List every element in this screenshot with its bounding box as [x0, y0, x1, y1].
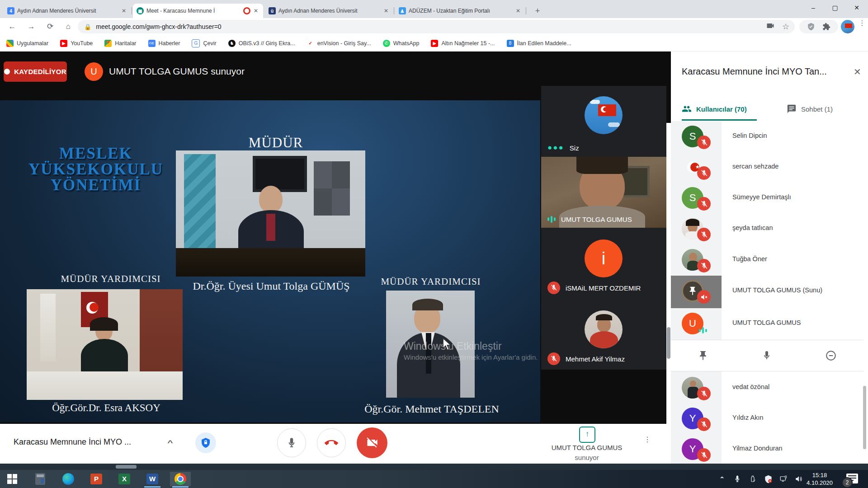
taskbar-excel[interactable]: X — [114, 472, 135, 486]
extension-puzzle-icon[interactable] — [822, 23, 830, 31]
adblock-shield-icon[interactable] — [807, 23, 815, 31]
bookmark-maps[interactable]: 📍Haritalar — [104, 40, 136, 47]
tray-expand-chevron[interactable]: ⌃ — [714, 472, 730, 486]
tab-close-icon[interactable]: ✕ — [252, 7, 259, 14]
panel-scrollbar[interactable] — [863, 121, 867, 464]
participant-name: vedat özönal — [732, 383, 769, 390]
mic-toggle-button[interactable] — [277, 428, 306, 457]
tab-4[interactable]: ♟ ADÜZEM - Uzaktan Eğitim Portalı ✕ — [395, 4, 525, 18]
window-minimize-button[interactable]: – — [803, 0, 824, 16]
action-center-icon[interactable]: 2 — [846, 474, 858, 483]
video-tile-umut[interactable]: UMUT TOLGA GUMUS — [541, 157, 666, 228]
taskbar-chrome-active[interactable] — [170, 472, 191, 486]
mic-off-icon — [547, 282, 560, 294]
participant-name: şeyda tatlıcan — [732, 224, 773, 231]
address-bar[interactable]: 🔒 meet.google.com/gwm-ghcx-drk?authuser=… — [78, 20, 795, 33]
participant-row[interactable]: Tuğba Öner — [671, 244, 863, 275]
photo-decor-right — [314, 161, 350, 216]
tab-capture-icon[interactable] — [766, 21, 777, 32]
tab-close-icon[interactable]: ✕ — [382, 7, 390, 14]
new-tab-button[interactable]: + — [532, 5, 543, 17]
horizontal-scrollbar-thumb[interactable] — [116, 465, 137, 469]
taskbar-clock[interactable]: 15:18 4.10.2020 — [804, 471, 835, 487]
participant-row[interactable]: S Sümeyye Demirtaşlı — [671, 183, 863, 213]
tab-participants[interactable]: Kullanıcılar (70) — [682, 104, 747, 114]
presenting-icon[interactable]: ↑ — [579, 427, 595, 443]
flag-crescent-inner — [603, 107, 609, 112]
photo-decor-panel — [184, 154, 216, 253]
chevron-up-icon[interactable]: ^ — [167, 439, 173, 446]
chrome-menu-icon[interactable]: ⋮ — [858, 21, 866, 33]
horizontal-scrollbar[interactable] — [0, 464, 868, 470]
bookmark-apps[interactable]: Uygulamalar — [6, 40, 48, 47]
tile-options-icon[interactable]: ●●● — [547, 143, 564, 152]
bookmark-translate[interactable]: GÇevir — [192, 39, 216, 47]
panel-scrollbar-thumb[interactable] — [863, 386, 866, 449]
taskbar-word[interactable]: W — [142, 472, 163, 486]
bookmark-altin-nagmeler[interactable]: ▶Altın Nağmeler 15 -... — [431, 40, 495, 47]
mute-action-icon[interactable] — [761, 350, 772, 361]
windows-activation-watermark-sub: Windows'u etkinleştirmek için Ayarlar'a … — [404, 353, 538, 361]
excel-icon: X — [118, 474, 130, 484]
bookmark-star-icon[interactable]: ☆ — [780, 21, 791, 32]
tab-chat[interactable]: Sohbet (1) — [787, 104, 833, 114]
start-button[interactable] — [2, 472, 23, 486]
cloud — [590, 100, 600, 104]
video-tile-mehmet-akif[interactable]: Mehmet Akif Yilmaz — [541, 299, 666, 370]
back-icon[interactable]: ← — [5, 20, 19, 33]
home-icon[interactable]: ⌂ — [61, 20, 75, 33]
bookmark-news[interactable]: GEHaberler — [148, 40, 180, 47]
camera-toggle-button[interactable] — [357, 427, 387, 458]
tray-defender-icon[interactable] — [760, 472, 776, 486]
participant-row[interactable]: U UMUT TOLGA GUMUS — [671, 308, 863, 339]
lock-icon[interactable]: 🔒 — [84, 23, 91, 30]
hangup-button[interactable] — [317, 428, 346, 457]
taskbar-calculator[interactable] — [30, 472, 51, 486]
tab-1[interactable]: 4 Aydın Adnan Menderes Üniversit ✕ — [4, 4, 131, 18]
recording-label: KAYDEDİLİYOR — [14, 68, 66, 75]
tab-close-icon[interactable]: ✕ — [514, 7, 522, 14]
more-options-icon[interactable]: ⋮ — [644, 437, 651, 441]
participant-row[interactable]: vedat özönal — [671, 372, 863, 403]
pin-action-icon[interactable] — [698, 350, 708, 361]
video-tile-ismail[interactable]: i iSMAiL MERT OZDEMIR — [541, 228, 666, 299]
taskbar-edge[interactable] — [58, 472, 79, 486]
participant-row[interactable]: Y Yıldız Akın — [671, 403, 863, 434]
bookmark-label: İlan Edilen Maddele... — [517, 40, 571, 47]
calculator-icon — [35, 473, 45, 485]
url-text[interactable]: meet.google.com/gwm-ghcx-drk?authuser=0 — [96, 23, 766, 30]
bookmark-whatsapp[interactable]: ✆WhatsApp — [383, 40, 420, 47]
tab-title: Meet - Karacasu Memnune İ — [146, 8, 241, 14]
forward-icon[interactable]: → — [24, 20, 38, 33]
bookmark-envision[interactable]: ✓enVision - Giriş Say... — [307, 40, 371, 47]
tab-3[interactable]: ü Aydın Adnan Menderes Üniversit ✕ — [265, 4, 393, 18]
participant-row[interactable]: Y Yilmaz Donduran — [671, 434, 863, 465]
participant-row-presentation[interactable]: UMUT TOLGA GUMUS (Sunu) — [671, 276, 863, 306]
participants-panel: Karacasu Memnune İnci MYO Tan... ✕ Kulla… — [671, 52, 868, 464]
tab-2-active[interactable]: ▣ Meet - Karacasu Memnune İ ✕ — [133, 4, 263, 18]
profile-avatar[interactable] — [841, 20, 854, 33]
meeting-name[interactable]: Karacasu Memnune İnci MYO ... — [14, 437, 131, 447]
bookmark-youtube[interactable]: ▶YouTube — [60, 40, 93, 47]
participant-row[interactable]: şeyda tatlıcan — [671, 213, 863, 244]
participant-row[interactable]: ★ sercan sehzade — [671, 152, 863, 183]
panel-close-icon[interactable]: ✕ — [854, 66, 861, 77]
reload-icon[interactable]: ⟳ — [43, 20, 57, 33]
tray-network-icon[interactable] — [776, 472, 791, 486]
chrome-toolbar: ← → ⟳ ⌂ 🔒 meet.google.com/gwm-ghcx-drk?a… — [0, 18, 868, 35]
window-maximize-button[interactable]: ▢ — [825, 0, 845, 16]
window-close-button[interactable]: ✕ — [846, 0, 867, 16]
bookmark-obis[interactable]: ♞OBiS.v3 // Giriş Ekra... — [228, 40, 295, 47]
bookmark-ilan[interactable]: 8İlan Edilen Maddele... — [507, 40, 571, 47]
taskbar-powerpoint[interactable]: P — [86, 472, 107, 486]
remove-action-icon[interactable] — [825, 350, 837, 361]
video-tile-self[interactable]: ●●●Siz — [541, 86, 666, 157]
participant-name: UMUT TOLGA GUMUS (Sunu) — [732, 286, 822, 294]
meeting-safety-button[interactable] — [195, 432, 216, 453]
tab-close-icon[interactable]: ✕ — [120, 7, 127, 14]
participant-row[interactable]: S Selin Dipcin — [671, 121, 863, 152]
tray-usb-icon[interactable] — [745, 472, 760, 486]
filmstrip-scrollbar-thumb[interactable] — [667, 327, 670, 359]
tray-mic-icon[interactable] — [730, 472, 745, 486]
calendar-favicon: 4 — [7, 7, 14, 14]
